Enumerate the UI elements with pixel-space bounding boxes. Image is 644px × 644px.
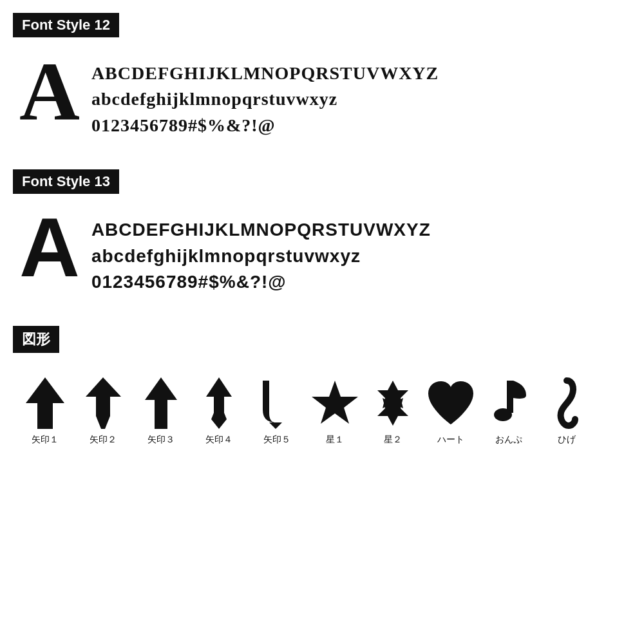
font12-big-letter: A [19,49,80,133]
shape-label-music: おんぷ [495,434,522,446]
star1-icon [309,377,361,429]
shape-label-arrow1: 矢印１ [32,434,59,446]
star2-icon [367,377,419,429]
font12-header: Font Style 12 [13,13,119,37]
shapes-grid: 矢印１ 矢印２ 矢印３ [13,365,631,452]
shape-item-mustache: ひげ [541,377,592,446]
font12-line2: abcdefghijklmnopqrstuvwxyz [91,88,439,111]
shape-label-star2: 星２ [384,434,402,446]
svg-marker-3 [206,377,232,429]
shape-label-arrow5: 矢印５ [263,434,290,446]
shape-item-arrow2: 矢印２ [77,377,129,446]
font12-line1: ABCDEFGHIJKLMNOPQRSTUVWXYZ [91,62,439,85]
mustache-icon [556,377,578,429]
font13-big-letter: A [19,205,80,289]
font13-char-lines: ABCDEFGHIJKLMNOPQRSTUVWXYZ abcdefghijklm… [91,212,431,294]
font-style-13-section: Font Style 13 A ABCDEFGHIJKLMNOPQRSTUVWX… [13,169,631,307]
svg-marker-0 [26,377,64,429]
shape-item-arrow5: 矢印５ [251,377,303,446]
shape-label-heart: ハート [437,434,464,446]
arrow2-icon [86,377,121,429]
svg-marker-1 [86,377,121,429]
font13-line1: ABCDEFGHIJKLMNOPQRSTUVWXYZ [91,218,431,242]
shape-item-arrow3: 矢印３ [135,377,187,446]
shape-item-star2: 星２ [367,377,419,446]
font13-line3: 0123456789#$%&?!@ [91,270,431,294]
font12-demo: A ABCDEFGHIJKLMNOPQRSTUVWXYZ abcdefghijk… [13,49,631,150]
font12-line3: 0123456789#$%&?!@ [91,114,439,137]
shape-item-heart: ハート [425,377,477,446]
music-icon [491,377,527,429]
shape-item-arrow4: 矢印４ [193,377,245,446]
arrow1-icon [26,377,64,429]
shape-item-arrow1: 矢印１ [19,377,71,446]
font13-line2: abcdefghijklmnopqrstuvwxyz [91,245,431,268]
shape-item-star1: 星１ [309,377,361,446]
shape-label-arrow2: 矢印２ [90,434,117,446]
font13-header: Font Style 13 [13,169,119,194]
heart-icon [425,377,477,429]
font-style-12-section: Font Style 12 A ABCDEFGHIJKLMNOPQRSTUVWX… [13,13,631,150]
shape-label-arrow4: 矢印４ [205,434,232,446]
shape-item-music: おんぷ [483,377,535,446]
font12-char-lines: ABCDEFGHIJKLMNOPQRSTUVWXYZ abcdefghijklm… [91,55,439,137]
arrow5-icon [256,377,298,429]
shape-label-star1: 星１ [326,434,344,446]
arrow3-icon [145,377,177,429]
shape-label-arrow3: 矢印３ [147,434,175,446]
svg-point-8 [494,408,512,421]
arrow4-icon [206,377,232,429]
shapes-header: 図形 [13,326,59,353]
svg-marker-4 [312,381,358,424]
font13-demo: A ABCDEFGHIJKLMNOPQRSTUVWXYZ abcdefghijk… [13,205,631,307]
shapes-section: 図形 矢印１ 矢印２ [13,326,631,452]
svg-marker-2 [145,377,177,429]
shape-label-mustache: ひげ [558,434,576,446]
svg-rect-7 [507,381,513,413]
